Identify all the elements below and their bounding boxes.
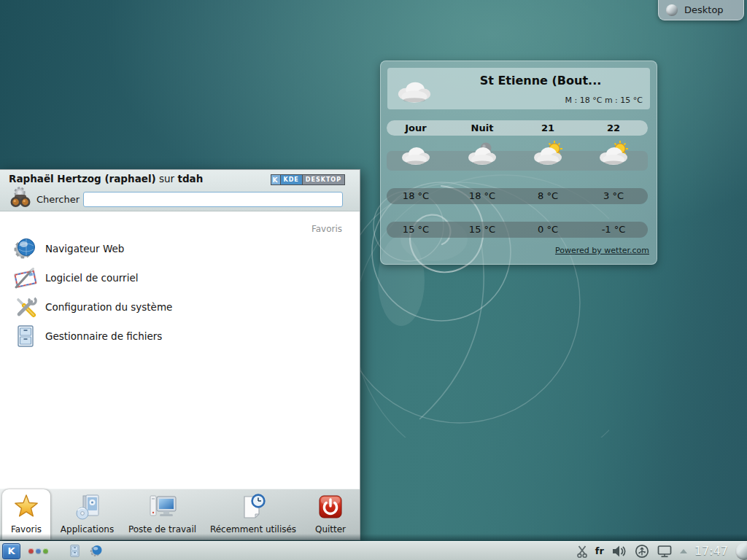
kickoff-tabbar: Favoris Applications [0, 489, 360, 540]
weather-cloudy-icon [383, 140, 449, 166]
tab-applications[interactable]: Applications [53, 489, 122, 540]
file-manager-icon [13, 324, 38, 349]
tab-recemment-utilises[interactable]: Récemment utilisés [206, 489, 300, 540]
weather-location-title: St Etienne (Bout... [438, 74, 643, 88]
weather-partly-sunny-icon [581, 140, 646, 166]
weather-col-header: 21 [515, 122, 581, 133]
weather-col-header: 22 [581, 122, 646, 133]
badge-kde-label: KDE [281, 175, 302, 184]
panel-launchers: K [0, 543, 104, 559]
kickoff-user-title: Raphaël Hertzog (raphael) sur tdah [9, 173, 203, 184]
tab-label: Favoris [2, 524, 50, 534]
menu-item-label: Logiciel de courriel [45, 272, 138, 284]
tab-label: Applications [53, 524, 122, 534]
menu-item-label: Gestionnaire de fichiers [45, 330, 162, 342]
desktop-background: Desktop St Etienne (Bout... M : 18 °C m … [0, 0, 747, 560]
mail-client-icon [13, 265, 38, 290]
keyboard-layout-indicator[interactable]: fr [595, 545, 604, 556]
favorites-section-label: Favoris [311, 224, 342, 234]
file-manager-launcher[interactable] [66, 543, 82, 559]
weather-night-temp: -1 °C [581, 224, 646, 235]
web-browser-launcher[interactable] [88, 543, 104, 559]
folder-view-widget[interactable]: Desktop [658, 0, 744, 20]
folder-view-title: Desktop [684, 4, 724, 16]
bottom-panel: K [0, 541, 747, 560]
tray-expand-arrow-icon[interactable] [680, 549, 687, 553]
clipboard-scissors-icon[interactable] [576, 545, 588, 558]
search-label: Chercher : [36, 194, 86, 205]
weather-day-temp: 18 °C [383, 190, 449, 201]
kde-k-logo-icon: K [7, 546, 15, 556]
weather-widget[interactable]: St Etienne (Bout... M : 18 °C m : 15 °C … [380, 61, 657, 265]
weather-day-temp: 18 °C [449, 190, 515, 201]
weather-night-temp: 15 °C [449, 224, 515, 235]
weather-day-temp: 3 °C [581, 190, 646, 201]
activity-dots-icon[interactable] [26, 548, 50, 553]
kde-logo-icon: K [271, 175, 280, 184]
user-connector: sur [156, 173, 178, 184]
menu-item-file-manager[interactable]: Gestionnaire de fichiers [0, 322, 360, 351]
file-manager-icon [68, 544, 82, 558]
tab-favoris[interactable]: Favoris [2, 489, 50, 540]
device-notifier-usb-icon[interactable] [635, 544, 649, 559]
host-name: tdah [177, 173, 203, 184]
weather-header: St Etienne (Bout... M : 18 °C m : 15 °C [387, 68, 650, 109]
menu-item-label: Navigateur Web [45, 243, 124, 254]
recent-documents-icon [239, 493, 267, 521]
plasma-cashew-icon[interactable] [666, 4, 678, 16]
user-name: Raphaël Hertzog (raphael) [9, 173, 156, 184]
tab-label: Poste de travail [124, 524, 201, 534]
weather-partly-sunny-icon [515, 140, 581, 166]
panel-cashew-icon[interactable] [735, 542, 747, 560]
weather-minmax: M : 18 °C m : 15 °C [565, 96, 643, 105]
weather-day-temp: 8 °C [515, 190, 581, 201]
panel-shadow [0, 534, 747, 541]
search-binoculars-icon [9, 187, 32, 209]
menu-item-system-settings[interactable]: Configuration du système [0, 292, 360, 322]
weather-night-temp: 15 °C [383, 224, 449, 235]
web-browser-icon [90, 544, 104, 558]
tab-label: Quitter [305, 524, 356, 534]
computer-icon [148, 493, 177, 521]
menu-item-web-browser[interactable]: Navigateur Web [0, 234, 360, 263]
blue-dot-icon [36, 548, 41, 553]
kickoff-launcher-button[interactable]: K [2, 543, 20, 559]
network-monitor-icon[interactable] [657, 545, 673, 558]
tab-label: Récemment utilisés [206, 524, 300, 534]
badge-desktop-label: DESKTOP [303, 175, 344, 184]
applications-box-icon [74, 493, 101, 521]
digital-clock[interactable]: 17:47 [694, 544, 728, 558]
kde-desktop-badge: K KDE DESKTOP [271, 174, 345, 185]
weather-current-cloud-icon [393, 74, 436, 104]
system-settings-icon [13, 295, 38, 319]
red-dot-icon [28, 548, 34, 553]
tab-poste-de-travail[interactable]: Poste de travail [124, 489, 201, 540]
weather-col-header: Jour [383, 122, 449, 133]
weather-col-header: Nuit [449, 122, 515, 133]
weather-night-temp: 0 °C [515, 224, 581, 235]
weather-cloudy-night-icon [449, 140, 515, 166]
menu-item-mail-client[interactable]: Logiciel de courriel [0, 263, 360, 292]
web-browser-icon [13, 236, 38, 261]
green-dot-icon [43, 548, 48, 553]
star-icon [12, 493, 40, 521]
menu-item-label: Configuration du système [45, 301, 172, 313]
weather-credit-link[interactable]: Powered by wetter.com [555, 246, 649, 255]
kickoff-header: Raphaël Hertzog (raphael) sur tdah K KDE… [0, 170, 360, 211]
power-icon [317, 493, 344, 521]
tab-quitter[interactable]: Quitter [305, 489, 356, 540]
search-input[interactable] [83, 192, 343, 207]
kickoff-menu: Raphaël Hertzog (raphael) sur tdah K KDE… [0, 169, 360, 540]
volume-icon[interactable] [611, 545, 627, 558]
system-tray: fr [576, 542, 747, 560]
